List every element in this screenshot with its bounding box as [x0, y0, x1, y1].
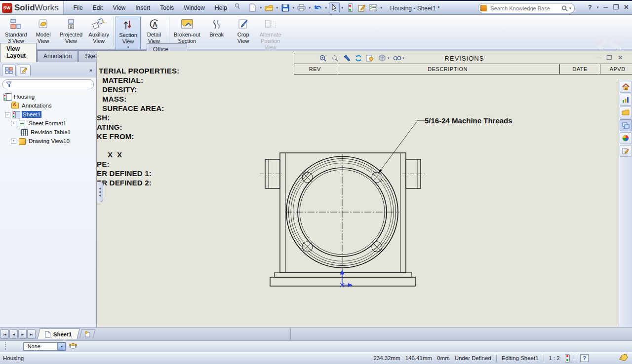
auxiliary-view-button[interactable]: Auxiliary View	[85, 16, 112, 45]
tab-view-layout[interactable]: View Layout	[0, 43, 37, 62]
thread-callout[interactable]: 5/16-24 Machine Threads	[425, 116, 513, 125]
menu-window[interactable]: Window	[179, 3, 209, 13]
alternate-position-view-button: Alternate Position View	[257, 16, 284, 52]
undo-icon[interactable]	[313, 2, 323, 13]
search-icon[interactable]	[561, 5, 568, 12]
first-sheet-button[interactable]: |◀	[0, 329, 9, 339]
save-dropdown-icon[interactable]: ▾	[291, 6, 296, 10]
tab-annotation[interactable]: Annotation	[37, 50, 78, 62]
status-rebuild-traffic-light-icon[interactable]	[565, 354, 570, 363]
tree-item-sheet-format1[interactable]: + Sheet Format1	[0, 119, 96, 128]
last-sheet-button[interactable]: ▶|	[27, 329, 36, 339]
add-sheet-icon	[84, 331, 90, 337]
break-button[interactable]: Break	[203, 16, 230, 39]
tree-item-annotations[interactable]: A Annotations	[0, 101, 96, 110]
tree-label: Sheet1	[22, 111, 41, 118]
new-dropdown-icon[interactable]: ▾	[259, 6, 263, 10]
next-sheet-button[interactable]: ▶	[18, 329, 27, 339]
menu-help[interactable]: Help	[210, 3, 232, 13]
expand-icon[interactable]: +	[11, 139, 16, 144]
pin-menu-icon[interactable]	[234, 3, 240, 10]
layers-icon	[69, 343, 78, 350]
drawing-view-icon	[18, 138, 26, 145]
tag-icon[interactable]	[618, 354, 628, 362]
menu-view[interactable]: View	[108, 3, 130, 13]
quick-toolbar: ▾ ▾ ▾ ▾ ▾ ▾ ▾	[247, 2, 384, 13]
open-dropdown-icon[interactable]: ▾	[275, 6, 279, 10]
select-dropdown-icon[interactable]: ▾	[340, 6, 345, 10]
collapse-icon[interactable]: −	[5, 112, 10, 117]
expand-icon[interactable]: +	[11, 121, 16, 126]
detail-view-label: Detail View	[147, 32, 161, 44]
model-view-button[interactable]: Model View	[30, 16, 57, 45]
sheet1-tab[interactable]: Sheet1	[37, 328, 79, 339]
open-icon[interactable]	[264, 2, 275, 13]
standard-3-view-button[interactable]: Standard 3 View	[2, 16, 30, 45]
properties-list-icon[interactable]	[368, 2, 379, 13]
toolbar-drag-handle[interactable]	[5, 342, 8, 350]
layer-dropdown-icon[interactable]: ▼	[58, 342, 66, 351]
knowledge-search[interactable]: ▾	[478, 3, 575, 13]
help-icon[interactable]: ?	[588, 3, 592, 11]
print-icon[interactable]	[296, 2, 307, 13]
add-sheet-tab[interactable]	[79, 329, 95, 338]
detail-view-button[interactable]: A Detail View	[141, 16, 167, 45]
menu-edit[interactable]: Edit	[88, 3, 108, 13]
projected-view-button[interactable]: Projected View	[57, 16, 85, 45]
section-view-dropdown-icon[interactable]: ▾	[127, 45, 129, 49]
layer-combobox[interactable]: -None-	[23, 342, 58, 351]
select-tool-icon[interactable]	[329, 2, 340, 13]
drawing-canvas[interactable]: TERIAL PROPERTIES: MATERIAL: DENSITY: MA…	[97, 51, 632, 327]
previous-sheet-button[interactable]: ◀	[9, 329, 18, 339]
panel-expand-icon[interactable]: »	[89, 67, 94, 73]
feature-tree-tab[interactable]	[2, 65, 16, 76]
tree-item-revision-table1[interactable]: Revision Table1	[0, 128, 96, 137]
status-sheet-scale: 1 : 2	[549, 355, 560, 361]
status-separator	[544, 355, 544, 362]
quick-tips-icon[interactable]: ?	[580, 354, 589, 362]
annotations-folder-icon: A	[11, 102, 19, 109]
save-icon[interactable]	[280, 2, 291, 13]
section-view-button[interactable]: Section View ▾	[116, 16, 141, 51]
undo-dropdown-icon[interactable]: ▾	[324, 6, 328, 10]
restore-icon[interactable]: ❐	[613, 3, 619, 11]
property-manager-tab[interactable]	[17, 65, 31, 76]
view-palette-button[interactable]	[620, 119, 632, 131]
new-document-icon[interactable]	[247, 2, 258, 13]
search-dropdown-icon[interactable]: ▾	[568, 6, 572, 10]
tree-item-housing[interactable]: Housing	[0, 92, 96, 101]
appearances-button[interactable]	[620, 132, 632, 144]
status-z-coordinate: 0mm	[437, 355, 450, 361]
search-input[interactable]	[489, 5, 561, 12]
menu-insert[interactable]: Insert	[131, 3, 155, 13]
print-dropdown-icon[interactable]: ▾	[308, 6, 312, 10]
custom-properties-button[interactable]	[620, 145, 632, 157]
tree-item-sheet1[interactable]: − Sheet1	[0, 110, 96, 119]
layer-properties-button[interactable]	[68, 342, 79, 351]
menu-file[interactable]: File	[69, 3, 87, 13]
menu-bar: File Edit View Insert Tools Window Help	[69, 3, 240, 13]
broken-out-section-icon	[181, 18, 194, 31]
brand-works: Works	[35, 3, 59, 12]
crop-view-button[interactable]: Crop View	[230, 16, 257, 45]
rebuild-traffic-light-icon[interactable]	[345, 2, 356, 13]
feature-manager-panel: » Housing A Annotations − Sheet1 + Sheet	[0, 62, 97, 327]
help-dropdown-icon[interactable]: ▾	[597, 5, 599, 9]
close-icon[interactable]: ✕	[624, 3, 629, 11]
toolbar-dropdown-icon[interactable]: ▾	[379, 6, 384, 10]
collapse-arrow-icon: ◀	[99, 187, 101, 190]
broken-out-section-button[interactable]: Broken-out Section	[171, 16, 203, 45]
tree-filter[interactable]	[2, 79, 94, 89]
design-library-button[interactable]	[620, 94, 632, 106]
minimize-icon[interactable]: ─	[603, 3, 608, 11]
menu-tools[interactable]: Tools	[156, 3, 178, 13]
tree-label: Sheet Format1	[28, 120, 67, 127]
tree-item-drawing-view10[interactable]: + Drawing View10	[0, 137, 96, 146]
drawing-view-housing[interactable]	[97, 51, 632, 327]
file-explorer-button[interactable]	[620, 107, 632, 118]
options-icon[interactable]	[356, 2, 367, 13]
view-palette-icon	[622, 122, 630, 129]
panel-splitter-handle[interactable]: ◀ ◀ ◀	[97, 182, 103, 202]
solidworks-resources-button[interactable]	[620, 81, 632, 93]
status-separator	[575, 355, 575, 362]
